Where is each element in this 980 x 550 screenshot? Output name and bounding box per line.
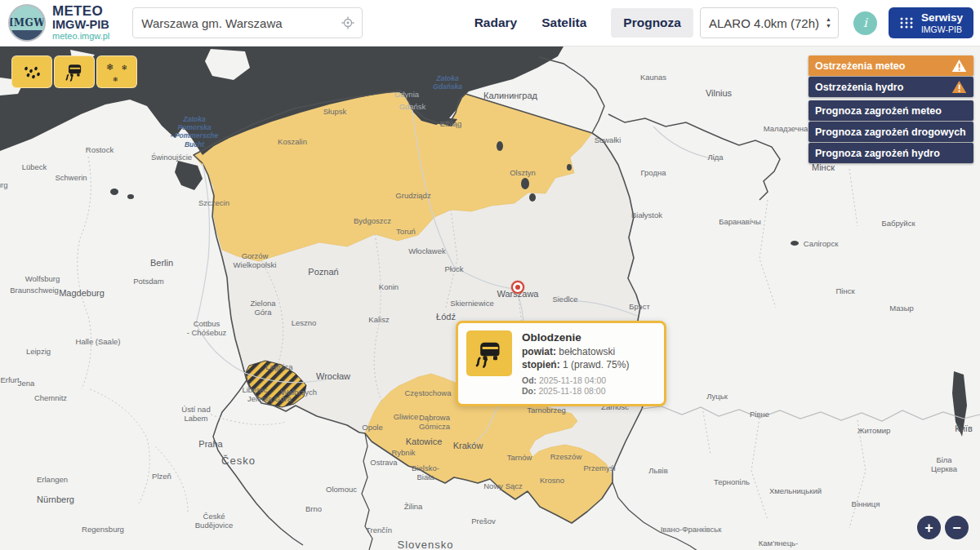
- imgw-logo: IMGW: [8, 4, 46, 42]
- menu-item-label: Prognoza zagrożeń meteo: [815, 105, 942, 117]
- menu-item-label: Prognoza zagrożeń hydro: [815, 148, 940, 159]
- slippery-road-icon: [64, 61, 85, 82]
- warning-title: Oblodzenie: [522, 331, 656, 344]
- warning-type-buttons: ❄❄❄: [11, 55, 137, 88]
- warning-popup-body: Oblodzenie powiat: bełchatowski stopień:…: [522, 330, 656, 397]
- zoom-controls: + −: [917, 516, 969, 539]
- menu-item-label: Prognoza zagrożeń drogowych: [815, 126, 966, 138]
- brand-url[interactable]: meteo.imgw.pl: [52, 32, 109, 42]
- zoom-out-button[interactable]: −: [945, 516, 969, 539]
- menu-item-prognoza-zagrozen-meteo[interactable]: Prognoza zagrożeń meteo: [808, 100, 973, 121]
- menu-item-label: Ostrzeżenia hydro: [815, 82, 903, 93]
- freezing-rain-icon: [21, 62, 42, 82]
- menu-item-prognoza-zagrozen-drogowych[interactable]: Prognoza zagrożeń drogowych: [808, 122, 973, 142]
- services-button[interactable]: Serwisy IMGW-PIB: [889, 7, 973, 38]
- freezing-rain-warning-button[interactable]: [11, 55, 52, 88]
- app-header: IMGW METEO IMGW-PIB meteo.imgw.pl Radary…: [0, 0, 980, 47]
- services-button-text: Serwisy IMGW-PIB: [921, 11, 963, 34]
- warning-powiat-row: powiat: bełchatowski: [522, 346, 656, 357]
- warning-stopien-row: stopień: 1 (prawd. 75%): [522, 359, 656, 370]
- imgw-logo-text: IMGW: [9, 17, 46, 29]
- menu-item-ostrzezenia-hydro[interactable]: Ostrzeżenia hydro: [808, 77, 973, 97]
- map-canvas[interactable]: ŚwinoujścieSzczecinKoszalinSłupskGdyniaG…: [0, 47, 980, 550]
- warnings-menu: Ostrzeżenia meteo Ostrzeżenia hydro Prog…: [808, 55, 973, 164]
- search-input[interactable]: [133, 16, 334, 30]
- warning-to-row: Do: 2025-11-18 08:00: [522, 386, 656, 396]
- brand-title: METEO: [52, 4, 109, 19]
- zoom-in-button[interactable]: +: [917, 516, 941, 539]
- brand-subtitle: IMGW-PIB: [52, 19, 109, 31]
- geolocate-icon[interactable]: [334, 8, 362, 38]
- heavy-snow-warning-button[interactable]: ❄❄❄: [96, 55, 137, 88]
- location-search: [132, 7, 363, 38]
- menu-item-label: Ostrzeżenia meteo: [815, 60, 905, 72]
- menu-item-prognoza-zagrozen-hydro[interactable]: Prognoza zagrożeń hydro: [808, 143, 973, 163]
- tab-prognoza[interactable]: Prognoza: [611, 8, 693, 38]
- heavy-snow-icon: ❄❄❄: [106, 62, 127, 82]
- warning-triangle-icon: [951, 59, 967, 73]
- services-line1: Serwisy: [921, 11, 963, 24]
- services-line2: IMGW-PIB: [921, 24, 963, 34]
- slippery-road-warning-button[interactable]: [54, 55, 95, 88]
- chevron-updown-icon: ▲▼: [826, 16, 831, 29]
- nav-satelita[interactable]: Satelita: [541, 16, 586, 30]
- grid-icon: [899, 16, 914, 30]
- warning-period: Od: 2025-11-18 04:00 Do: 2025-11-18 08:0…: [522, 375, 656, 396]
- warning-from-row: Od: 2025-11-18 04:00: [522, 375, 656, 385]
- warning-popup: Oblodzenie powiat: bełchatowski stopień:…: [456, 321, 666, 406]
- model-select[interactable]: ALARO 4.0km (72h) ▲▼: [700, 7, 839, 38]
- model-select-value: ALARO 4.0km (72h): [709, 16, 826, 30]
- slippery-road-icon: [466, 330, 512, 376]
- location-marker[interactable]: [511, 281, 524, 294]
- nav-radary[interactable]: Radary: [474, 16, 518, 30]
- menu-item-ostrzezenia-meteo[interactable]: Ostrzeżenia meteo: [808, 55, 973, 76]
- info-button[interactable]: i: [853, 11, 877, 35]
- brand[interactable]: IMGW METEO IMGW-PIB meteo.imgw.pl: [8, 4, 109, 42]
- meteo-imgw-app: IMGW METEO IMGW-PIB meteo.imgw.pl Radary…: [0, 0, 980, 550]
- brand-text: METEO IMGW-PIB meteo.imgw.pl: [52, 4, 109, 42]
- warning-triangle-icon: [951, 80, 967, 94]
